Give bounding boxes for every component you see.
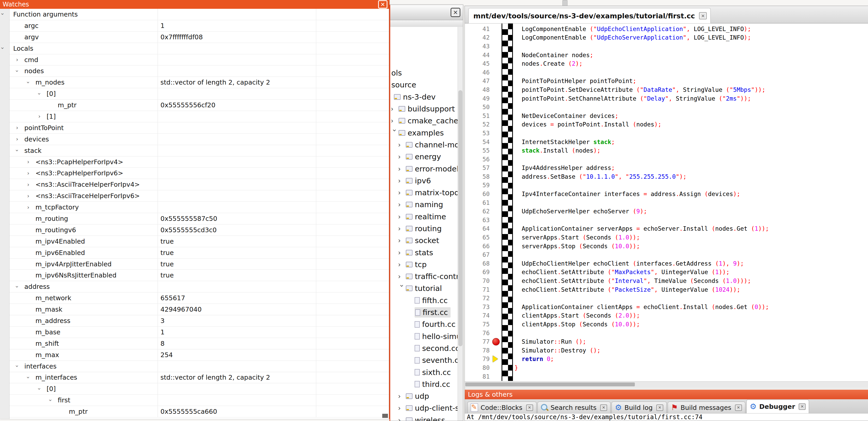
tree-item-source[interactable]: source <box>390 79 458 91</box>
code-line-53[interactable]: 53 <box>465 129 868 137</box>
expander-icon[interactable]: › <box>27 204 29 210</box>
logs-panel-header[interactable]: Logs & others <box>465 390 868 399</box>
code-line-74[interactable]: 74 clientApps.Start (Seconds (2.0)); <box>465 311 868 320</box>
tree-item-socket[interactable]: ›socket <box>390 234 458 247</box>
code-area[interactable]: 41 LogComponentEnable ("UdpEchoClientApp… <box>465 24 868 382</box>
line-number[interactable]: 68 <box>465 260 494 267</box>
expander-icon[interactable]: › <box>398 272 406 280</box>
watch-row[interactable]: Function arguments <box>9 9 389 20</box>
watch-row[interactable]: ›m_tcpFactory <box>9 202 389 213</box>
tree-item-third-cc[interactable]: third.cc <box>390 378 458 390</box>
code-line-55[interactable]: 55 stack.Install (nodes); <box>465 146 868 155</box>
projects-titlebar[interactable]: ✕ <box>390 5 463 20</box>
line-number[interactable]: 58 <box>465 173 494 180</box>
editor-tab-first-cc[interactable]: mnt/dev/tools/source/ns-3-dev/examples/t… <box>468 8 711 23</box>
tree-item-routing[interactable]: ›routing <box>390 223 458 234</box>
code-line-62[interactable]: 62 UdpEchoServerHelper echoServer (9); <box>465 207 868 216</box>
line-number[interactable]: 51 <box>465 112 494 119</box>
code-line-67[interactable]: 67 <box>465 250 868 259</box>
code-line-65[interactable]: 65 serverApps.Start (Seconds (1.0)); <box>465 233 868 242</box>
tree-item-tutorial[interactable]: ›tutorial <box>390 282 458 294</box>
watch-row[interactable]: argv0x7fffffffdf08 <box>9 32 389 43</box>
code-line-47[interactable]: 47 PointToPointHelper pointToPoint; <box>465 77 868 86</box>
tree-scrollbar-thumb[interactable] <box>458 90 462 346</box>
editor-hscrollbar[interactable] <box>465 382 868 388</box>
watch-row[interactable]: m_base1 <box>9 327 389 338</box>
code-line-64[interactable]: 64 ApplicationContainer serverApps = ech… <box>465 224 868 233</box>
watch-row[interactable]: ›[0] <box>9 88 389 100</box>
line-number[interactable]: 70 <box>465 278 494 284</box>
watch-row[interactable]: ›pointToPoint <box>9 122 389 134</box>
expander-icon[interactable]: › <box>36 388 42 390</box>
watch-row[interactable]: ›<ns3::AsciiTraceHelperForIpv4> <box>9 179 389 190</box>
watch-row[interactable]: m_ptr0x5555555ca660 <box>9 406 389 417</box>
expander-icon[interactable]: › <box>398 237 406 245</box>
code-line-70[interactable]: 70 echoClient.SetAttribute ("Interval", … <box>465 277 868 285</box>
watch-row[interactable]: ›m_interfacesstd::vector of length 2, ca… <box>9 372 389 384</box>
expander-icon[interactable]: › <box>398 153 406 161</box>
logs-tab-build-messages[interactable]: ⚑Build messages✕ <box>668 401 745 413</box>
code-line-43[interactable]: 43 <box>465 42 868 51</box>
logs-tab-code-blocks[interactable]: ✎Code::Blocks✕ <box>467 401 536 413</box>
code-line-60[interactable]: 60 Ipv4InterfaceContainer interfaces = a… <box>465 190 868 198</box>
watch-row[interactable]: m_ptr0x55555556cf20 <box>9 100 389 111</box>
line-number[interactable]: 53 <box>465 130 494 136</box>
expander-icon[interactable]: › <box>398 213 406 221</box>
code-line-59[interactable]: 59 <box>465 181 868 190</box>
code-line-72[interactable]: 72 <box>465 294 868 302</box>
line-number[interactable]: 74 <box>465 312 494 319</box>
line-number[interactable]: 63 <box>465 217 494 223</box>
line-number[interactable]: 50 <box>465 104 494 110</box>
logs-tab-build-log[interactable]: ⚙Build log✕ <box>612 401 666 413</box>
line-number[interactable]: 47 <box>465 77 494 84</box>
expander-icon[interactable]: › <box>16 136 18 142</box>
expander-icon[interactable]: › <box>48 399 54 401</box>
watch-row[interactable]: ›[0] <box>9 383 389 395</box>
watch-row[interactable]: ›first <box>9 395 389 406</box>
code-line-50[interactable]: 50 <box>465 103 868 111</box>
close-icon[interactable]: ✕ <box>378 0 388 8</box>
tree-item-hello-simul[interactable]: hello-simul <box>390 330 458 343</box>
expander-icon[interactable]: › <box>398 225 406 232</box>
watch-row[interactable]: ›m_nodesstd::vector of length 2, capacit… <box>9 77 389 88</box>
logs-tab-debugger[interactable]: ⚙Debugger✕ <box>746 399 809 413</box>
line-number[interactable]: 65 <box>465 234 494 241</box>
watch-row[interactable]: m_max254 <box>9 349 389 361</box>
line-number[interactable]: 76 <box>465 330 494 336</box>
expander-icon[interactable]: › <box>0 47 6 50</box>
expander-icon[interactable]: › <box>398 201 406 208</box>
watch-row[interactable]: m_routingv60x5555555cd3c0 <box>9 224 389 236</box>
tree-item-realtime[interactable]: ›realtime <box>390 211 458 223</box>
tree-item-cmake-cache[interactable]: ›cmake_cache <box>390 115 458 127</box>
code-line-54[interactable]: 54 InternetStackHelper stack; <box>465 137 868 147</box>
tree-item-examples[interactable]: ›examples <box>390 127 458 139</box>
line-number[interactable]: 42 <box>465 34 494 41</box>
expander-icon[interactable]: › <box>16 125 18 131</box>
tree-item-naming[interactable]: ›naming <box>390 199 458 210</box>
code-line-51[interactable]: 51 NetDeviceContainer devices; <box>465 111 868 120</box>
tree-item-second-cc[interactable]: second.cc <box>390 343 458 354</box>
expander-icon[interactable]: › <box>27 159 29 165</box>
expander-icon[interactable]: › <box>16 57 18 63</box>
tree-item-udp-client-ser[interactable]: ›udp-client-ser <box>390 402 458 414</box>
line-number[interactable]: 52 <box>465 121 494 128</box>
line-number[interactable]: 69 <box>465 269 494 276</box>
line-number[interactable]: 71 <box>465 286 494 293</box>
line-number[interactable]: 57 <box>465 164 494 171</box>
expander-icon[interactable]: › <box>27 193 29 199</box>
expander-icon[interactable]: › <box>398 141 406 149</box>
close-icon[interactable]: ✕ <box>799 403 806 410</box>
watch-row[interactable]: m_shift8 <box>9 338 389 349</box>
code-line-58[interactable]: 58 address.SetBase ("10.1.1.0", "255.255… <box>465 172 868 181</box>
code-line-63[interactable]: 63 <box>465 216 868 224</box>
tree-item-matrix-topol[interactable]: ›matrix-topol <box>390 187 458 199</box>
line-number[interactable]: 78 <box>465 347 494 354</box>
code-line-68[interactable]: 68 UdpEchoClientHelper echoClient (inter… <box>465 259 868 268</box>
expander-icon[interactable]: › <box>398 416 406 421</box>
code-line-48[interactable]: 48 pointToPoint.SetDeviceAttribute ("Dat… <box>465 85 868 94</box>
expander-icon[interactable]: › <box>0 13 6 15</box>
tree-item-fourth-cc[interactable]: fourth.cc <box>390 318 458 330</box>
code-line-44[interactable]: 44 NodeContainer nodes; <box>465 51 868 60</box>
expander-icon[interactable]: › <box>25 82 31 84</box>
line-number[interactable]: 64 <box>465 225 494 232</box>
